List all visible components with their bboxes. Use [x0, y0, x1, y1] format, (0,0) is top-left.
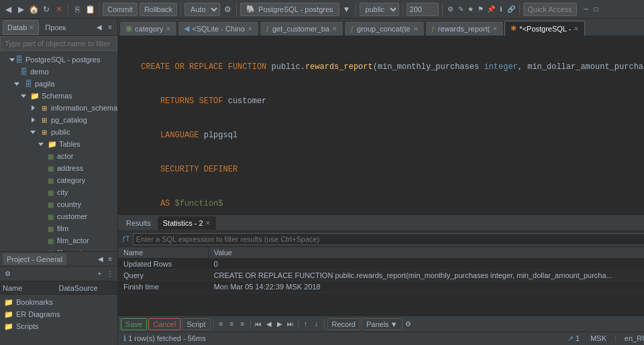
- tree-item-actor[interactable]: ▦ actor: [0, 150, 117, 162]
- cancel-button[interactable]: Cancel: [148, 318, 180, 330]
- tab-project[interactable]: Проек: [40, 20, 70, 35]
- project-general-tab[interactable]: Project - General: [3, 253, 66, 265]
- schema-select[interactable]: public: [360, 3, 399, 16]
- tree-item-pg-postgres[interactable]: 🗄 PostgreSQL - postgres: [0, 54, 117, 66]
- table-row[interactable]: Finish time Mon Mar 05 14:22:39 MSK 2018: [118, 281, 644, 293]
- align-right-icon[interactable]: ≡: [238, 320, 248, 329]
- star-icon[interactable]: ★: [466, 5, 476, 14]
- import-icon[interactable]: ↓: [312, 320, 321, 329]
- tree-item-schemas[interactable]: 📁 Schemas: [0, 90, 117, 102]
- left-panel-collapse[interactable]: ◀: [95, 23, 104, 32]
- col-header-value: Value: [208, 247, 644, 259]
- tree-item-info-schema[interactable]: ⊞ information_schema: [0, 102, 117, 114]
- align-left-icon[interactable]: ≡: [217, 320, 226, 329]
- quick-access-bar[interactable]: Quick Access: [523, 3, 577, 16]
- main-area: Datab ✕ Проек ◀ ≡ 🗄 PostgreSQL - postgre…: [0, 19, 644, 345]
- rollback-button[interactable]: Rollback: [140, 3, 177, 16]
- align-center-icon[interactable]: ≡: [227, 320, 237, 329]
- tab-close-pg-active[interactable]: ✕: [574, 25, 579, 32]
- copy-icon[interactable]: ⎘: [72, 4, 83, 15]
- editor-tab-sqlite[interactable]: ◀ <SQLite - Chino ✕: [178, 21, 259, 36]
- refresh-icon[interactable]: ↻: [41, 4, 52, 15]
- tx-icon[interactable]: ⚙: [446, 5, 455, 14]
- tab-close-group-concat[interactable]: ✕: [413, 25, 419, 32]
- paste-icon[interactable]: 📋: [85, 4, 95, 15]
- editor-tab-group-concat[interactable]: ƒ group_concat(te ✕: [344, 21, 425, 36]
- tree-item-tables[interactable]: 📁 Tables: [0, 138, 117, 150]
- limit-input[interactable]: [407, 3, 439, 16]
- tab-close-rewards[interactable]: ✕: [492, 25, 498, 32]
- maximize-icon[interactable]: □: [592, 5, 601, 14]
- save-label: Save: [125, 320, 142, 328]
- edit-icon[interactable]: ✎: [456, 5, 466, 14]
- tree-item-demo[interactable]: 🗄 demo: [0, 66, 117, 78]
- prev-icon[interactable]: ◀: [264, 320, 274, 329]
- script-button[interactable]: Script: [182, 318, 210, 330]
- tab-close-category[interactable]: ✕: [166, 25, 171, 32]
- settings-icon[interactable]: ⚙: [222, 4, 233, 15]
- code-line-4: SECURITY DEFINER: [118, 164, 644, 176]
- save-button[interactable]: Save: [121, 318, 147, 330]
- tree-item-film[interactable]: ▦ film: [0, 222, 117, 234]
- settings-results-icon[interactable]: ⚙: [404, 320, 413, 329]
- record-button[interactable]: Record: [327, 318, 360, 330]
- project-scripts[interactable]: 📁 Scripts: [0, 320, 117, 332]
- results-tab-statistics[interactable]: Statistics - 2 ✕: [158, 216, 216, 230]
- filter-input[interactable]: [133, 233, 644, 245]
- tree-item-address[interactable]: ▦ address: [0, 162, 117, 174]
- link-icon[interactable]: 🔗: [506, 5, 516, 14]
- tree-item-film-category[interactable]: ▦ film_category: [0, 247, 117, 251]
- tab-database-close[interactable]: ✕: [29, 24, 34, 31]
- results-tab-results[interactable]: Results: [121, 216, 156, 230]
- code-editor[interactable]: CREATE OR REPLACE FUNCTION public.reward…: [118, 36, 644, 214]
- next-icon[interactable]: ▶: [275, 320, 284, 329]
- tree-item-country[interactable]: ▦ country: [0, 198, 117, 210]
- editor-tab-category[interactable]: ▣ category ✕: [119, 21, 177, 36]
- table-row[interactable]: Query CREATE OR REPLACE FUNCTION public.…: [118, 270, 644, 281]
- rollback-label: Rollback: [144, 5, 172, 13]
- tab-close-sqlite[interactable]: ✕: [248, 25, 253, 32]
- tree-item-category[interactable]: ▦ category: [0, 174, 117, 186]
- export-icon[interactable]: ↑: [301, 320, 311, 329]
- table-row[interactable]: Updated Rows 0: [118, 259, 644, 270]
- tree-item-public[interactable]: ⊞ public: [0, 126, 117, 138]
- tree-item-city[interactable]: ▦ city: [0, 186, 117, 198]
- tab-close-get-customer[interactable]: ✕: [332, 25, 337, 32]
- project-collapse-icon[interactable]: ◀: [96, 255, 105, 264]
- home-icon[interactable]: 🏠: [28, 4, 39, 15]
- code-editor-area[interactable]: CREATE OR REPLACE FUNCTION public.reward…: [118, 36, 644, 214]
- db-search-input[interactable]: [0, 36, 117, 51]
- flag-icon[interactable]: ⚑: [476, 5, 486, 14]
- editor-tab-get-customer[interactable]: ƒ get_customer_ba ✕: [260, 21, 343, 36]
- left-panel-expand[interactable]: ≡: [105, 23, 115, 32]
- last-icon[interactable]: ⏭: [286, 320, 295, 329]
- table-icon5: ▦: [46, 200, 55, 209]
- left-panel: Datab ✕ Проек ◀ ≡ 🗄 PostgreSQL - postgre…: [0, 19, 118, 345]
- tab-database[interactable]: Datab ✕: [3, 20, 39, 35]
- info-icon[interactable]: ℹ: [496, 5, 506, 14]
- tree-item-customer[interactable]: ▦ customer: [0, 210, 117, 222]
- project-expand-icon[interactable]: ≡: [105, 255, 115, 264]
- tree-item-pg-catalog[interactable]: ⊞ pg_catalog: [0, 114, 117, 126]
- tree-item-film-actor[interactable]: ▦ film_actor: [0, 234, 117, 247]
- results-tab-statistics-close[interactable]: ✕: [205, 220, 211, 226]
- project-bookmarks[interactable]: 📁 Bookmarks: [0, 296, 117, 308]
- forward-icon[interactable]: ▶: [15, 4, 26, 15]
- auto-select[interactable]: Auto: [184, 3, 220, 16]
- editor-tab-pg-active[interactable]: ✱ *<PostgreSQL - ✕: [504, 21, 585, 36]
- minimize-icon[interactable]: ─: [582, 5, 591, 14]
- editor-tab-rewards-report[interactable]: ƒ rewards_report( ✕: [425, 21, 504, 36]
- project-more-icon[interactable]: ⋮: [105, 269, 115, 279]
- back-icon[interactable]: ◀: [3, 4, 13, 15]
- project-settings-icon[interactable]: ⚙: [3, 269, 12, 279]
- pin-icon[interactable]: 📌: [486, 5, 496, 14]
- stop-icon[interactable]: ✕: [54, 4, 64, 15]
- commit-button[interactable]: Commit: [103, 3, 138, 16]
- project-add-icon[interactable]: +: [95, 269, 104, 279]
- conn-arrow-icon[interactable]: ▼: [341, 4, 352, 15]
- tables-icon: 📁: [48, 139, 57, 149]
- project-er-diagrams[interactable]: 📁 ER Diagrams: [0, 308, 117, 320]
- panels-button[interactable]: Panels ▼: [362, 318, 402, 330]
- tree-item-pagila[interactable]: 🗄 pagila: [0, 78, 117, 90]
- first-icon[interactable]: ⏮: [254, 320, 263, 329]
